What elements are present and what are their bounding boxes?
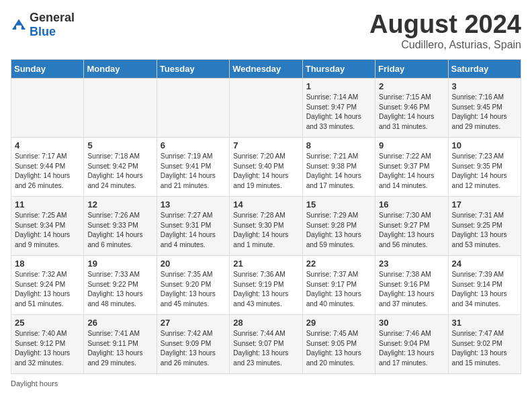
day-info: Sunrise: 7:32 AM Sunset: 9:24 PM Dayligh… <box>15 270 80 310</box>
header-day: Saturday <box>448 59 521 78</box>
calendar-cell: 12Sunrise: 7:26 AM Sunset: 9:33 PM Dayli… <box>84 196 157 255</box>
calendar-cell: 8Sunrise: 7:21 AM Sunset: 9:38 PM Daylig… <box>302 137 375 196</box>
day-info: Sunrise: 7:25 AM Sunset: 9:34 PM Dayligh… <box>15 211 80 250</box>
day-info: Sunrise: 7:15 AM Sunset: 9:46 PM Dayligh… <box>379 93 444 132</box>
day-info: Sunrise: 7:37 AM Sunset: 9:17 PM Dayligh… <box>306 270 371 310</box>
logo-icon <box>11 18 27 32</box>
day-info: Sunrise: 7:14 AM Sunset: 9:47 PM Dayligh… <box>306 93 371 132</box>
calendar-cell: 11Sunrise: 7:25 AM Sunset: 9:34 PM Dayli… <box>11 196 84 255</box>
day-number: 5 <box>87 140 152 150</box>
calendar-row: 11Sunrise: 7:25 AM Sunset: 9:34 PM Dayli… <box>11 196 521 255</box>
day-info: Sunrise: 7:39 AM Sunset: 9:14 PM Dayligh… <box>452 270 517 310</box>
logo: General Blue <box>11 11 75 39</box>
calendar-cell <box>230 78 302 137</box>
calendar-cell: 14Sunrise: 7:28 AM Sunset: 9:30 PM Dayli… <box>230 196 302 255</box>
day-info: Sunrise: 7:31 AM Sunset: 9:25 PM Dayligh… <box>452 211 517 250</box>
calendar-cell <box>157 78 229 137</box>
day-number: 11 <box>15 199 80 210</box>
calendar-cell: 1Sunrise: 7:14 AM Sunset: 9:47 PM Daylig… <box>302 78 375 137</box>
daylight-label: Daylight hours <box>11 379 58 387</box>
calendar-cell <box>11 78 84 137</box>
logo-blue: Blue <box>30 25 56 38</box>
day-number: 29 <box>306 318 371 328</box>
day-info: Sunrise: 7:18 AM Sunset: 9:42 PM Dayligh… <box>87 152 152 191</box>
calendar-cell: 18Sunrise: 7:32 AM Sunset: 9:24 PM Dayli… <box>11 255 84 314</box>
day-number: 14 <box>233 199 298 210</box>
day-info: Sunrise: 7:46 AM Sunset: 9:04 PM Dayligh… <box>379 329 444 369</box>
day-info: Sunrise: 7:29 AM Sunset: 9:28 PM Dayligh… <box>306 211 371 250</box>
header-day: Wednesday <box>230 59 302 78</box>
calendar-cell: 22Sunrise: 7:37 AM Sunset: 9:17 PM Dayli… <box>302 255 375 314</box>
calendar-cell: 19Sunrise: 7:33 AM Sunset: 9:22 PM Dayli… <box>84 255 157 314</box>
header-day: Friday <box>375 59 448 78</box>
day-info: Sunrise: 7:26 AM Sunset: 9:33 PM Dayligh… <box>87 211 152 250</box>
day-info: Sunrise: 7:16 AM Sunset: 9:45 PM Dayligh… <box>452 93 517 132</box>
day-number: 19 <box>87 259 152 269</box>
calendar-cell: 2Sunrise: 7:15 AM Sunset: 9:46 PM Daylig… <box>375 78 448 137</box>
calendar-cell: 27Sunrise: 7:42 AM Sunset: 9:09 PM Dayli… <box>157 314 229 373</box>
calendar-cell: 4Sunrise: 7:17 AM Sunset: 9:44 PM Daylig… <box>11 137 84 196</box>
day-number: 4 <box>15 140 80 150</box>
day-info: Sunrise: 7:30 AM Sunset: 9:27 PM Dayligh… <box>379 211 444 250</box>
day-number: 30 <box>379 318 444 328</box>
logo-general: General <box>30 11 75 24</box>
calendar-cell: 10Sunrise: 7:23 AM Sunset: 9:35 PM Dayli… <box>448 137 521 196</box>
calendar-cell: 15Sunrise: 7:29 AM Sunset: 9:28 PM Dayli… <box>302 196 375 255</box>
day-info: Sunrise: 7:42 AM Sunset: 9:09 PM Dayligh… <box>161 329 226 369</box>
day-info: Sunrise: 7:17 AM Sunset: 9:44 PM Dayligh… <box>15 152 80 191</box>
calendar-cell: 23Sunrise: 7:38 AM Sunset: 9:16 PM Dayli… <box>375 255 448 314</box>
calendar-cell: 3Sunrise: 7:16 AM Sunset: 9:45 PM Daylig… <box>448 78 521 137</box>
day-number: 22 <box>306 259 371 269</box>
calendar-row: 25Sunrise: 7:40 AM Sunset: 9:12 PM Dayli… <box>11 314 521 373</box>
day-number: 12 <box>87 199 152 210</box>
title-section: August 2024 Cudillero, Asturias, Spain <box>369 11 521 51</box>
day-info: Sunrise: 7:22 AM Sunset: 9:37 PM Dayligh… <box>379 152 444 191</box>
calendar-cell: 24Sunrise: 7:39 AM Sunset: 9:14 PM Dayli… <box>448 255 521 314</box>
day-number: 21 <box>233 259 298 269</box>
day-number: 17 <box>452 199 517 210</box>
day-number: 31 <box>452 318 517 328</box>
day-info: Sunrise: 7:28 AM Sunset: 9:30 PM Dayligh… <box>233 211 298 250</box>
header-day: Monday <box>84 59 157 78</box>
day-info: Sunrise: 7:47 AM Sunset: 9:02 PM Dayligh… <box>452 329 517 369</box>
subtitle: Cudillero, Asturias, Spain <box>369 39 521 51</box>
day-info: Sunrise: 7:21 AM Sunset: 9:38 PM Dayligh… <box>306 152 371 191</box>
calendar-row: 4Sunrise: 7:17 AM Sunset: 9:44 PM Daylig… <box>11 137 521 196</box>
day-number: 9 <box>379 140 444 150</box>
day-number: 20 <box>161 259 226 269</box>
day-number: 6 <box>161 140 226 150</box>
calendar-cell: 17Sunrise: 7:31 AM Sunset: 9:25 PM Dayli… <box>448 196 521 255</box>
day-number: 27 <box>161 318 226 328</box>
main-title: August 2024 <box>369 11 521 39</box>
calendar-cell: 29Sunrise: 7:45 AM Sunset: 9:05 PM Dayli… <box>302 314 375 373</box>
day-info: Sunrise: 7:45 AM Sunset: 9:05 PM Dayligh… <box>306 329 371 369</box>
calendar-table: SundayMondayTuesdayWednesdayThursdayFrid… <box>11 59 521 374</box>
day-number: 3 <box>452 81 517 91</box>
day-number: 26 <box>87 318 152 328</box>
calendar-cell: 13Sunrise: 7:27 AM Sunset: 9:31 PM Dayli… <box>157 196 229 255</box>
day-number: 13 <box>161 199 226 210</box>
calendar-cell: 28Sunrise: 7:44 AM Sunset: 9:07 PM Dayli… <box>230 314 302 373</box>
calendar-cell <box>84 78 157 137</box>
day-number: 8 <box>306 140 371 150</box>
day-info: Sunrise: 7:40 AM Sunset: 9:12 PM Dayligh… <box>15 329 80 369</box>
page-header: General Blue August 2024 Cudillero, Astu… <box>11 11 521 51</box>
calendar-cell: 16Sunrise: 7:30 AM Sunset: 9:27 PM Dayli… <box>375 196 448 255</box>
day-number: 23 <box>379 259 444 269</box>
footer-note: Daylight hours <box>11 379 521 387</box>
day-info: Sunrise: 7:44 AM Sunset: 9:07 PM Dayligh… <box>233 329 298 369</box>
calendar-cell: 7Sunrise: 7:20 AM Sunset: 9:40 PM Daylig… <box>230 137 302 196</box>
header-day: Thursday <box>302 59 375 78</box>
day-number: 2 <box>379 81 444 91</box>
calendar-cell: 5Sunrise: 7:18 AM Sunset: 9:42 PM Daylig… <box>84 137 157 196</box>
day-info: Sunrise: 7:36 AM Sunset: 9:19 PM Dayligh… <box>233 270 298 310</box>
svg-rect-1 <box>16 26 21 30</box>
day-info: Sunrise: 7:41 AM Sunset: 9:11 PM Dayligh… <box>87 329 152 369</box>
header-day: Sunday <box>11 59 84 78</box>
calendar-cell: 9Sunrise: 7:22 AM Sunset: 9:37 PM Daylig… <box>375 137 448 196</box>
day-number: 28 <box>233 318 298 328</box>
calendar-cell: 21Sunrise: 7:36 AM Sunset: 9:19 PM Dayli… <box>230 255 302 314</box>
calendar-cell: 20Sunrise: 7:35 AM Sunset: 9:20 PM Dayli… <box>157 255 229 314</box>
calendar-cell: 6Sunrise: 7:19 AM Sunset: 9:41 PM Daylig… <box>157 137 229 196</box>
day-number: 15 <box>306 199 371 210</box>
